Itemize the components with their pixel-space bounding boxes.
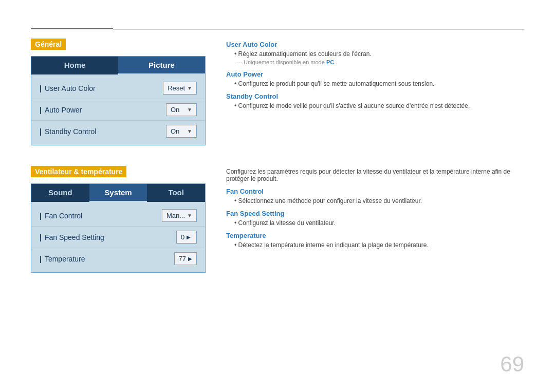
fan-control-label: Fan Control [40, 212, 162, 220]
user-auto-color-control[interactable]: Reset ▼ [163, 82, 197, 95]
general-tabs: Home Picture [31, 57, 205, 74]
pc-highlight: PC [326, 59, 334, 65]
fan-control-control[interactable]: Man... ▼ [162, 209, 197, 222]
temperature-control[interactable]: 77 ▶ [174, 252, 197, 265]
general-section: Général Home Picture User Auto Color Res… [31, 39, 524, 145]
fan-right-col: Configurez les paramètres requis pour dé… [226, 166, 524, 273]
fan-left-col: Ventilateur & température Sound System T… [31, 166, 206, 273]
menu-item-user-auto-color: User Auto Color Reset ▼ [31, 78, 205, 99]
arrow-right-icon: ▶ [187, 234, 191, 240]
desc-bullet-fan-speed: Configurez la vitesse du ventilateur. [226, 219, 524, 227]
fan-speed-label: Fan Speed Setting [40, 233, 176, 241]
tab-home[interactable]: Home [31, 57, 118, 74]
dropdown-arrow-icon: ▼ [187, 85, 192, 91]
tab-tool[interactable]: Tool [147, 184, 205, 202]
desc-bullet-fan-control: Sélectionnez une méthode pour configurer… [226, 197, 524, 204]
tab-sound[interactable]: Sound [31, 184, 89, 202]
fan-control-dropdown[interactable]: Man... ▼ [162, 209, 197, 222]
fan-speed-control[interactable]: 0 ▶ [176, 231, 197, 244]
dropdown-arrow-icon: ▼ [187, 128, 192, 134]
menu-item-auto-power: Auto Power On ▼ [31, 99, 205, 121]
general-menu-panel: Home Picture User Auto Color Reset ▼ [31, 56, 206, 145]
tab-picture[interactable]: Picture [118, 57, 205, 74]
desc-title-temperature: Temperature [226, 232, 524, 239]
page-number: 69 [500, 352, 524, 377]
fan-speed-value[interactable]: 0 ▶ [176, 231, 197, 244]
desc-title-fan-speed: Fan Speed Setting [226, 210, 524, 217]
menu-item-standby-control: Standby Control On ▼ [31, 121, 205, 142]
standby-control-dropdown[interactable]: On ▼ [166, 125, 197, 138]
general-left-col: Général Home Picture User Auto Color Res… [31, 39, 206, 145]
standby-control-control[interactable]: On ▼ [166, 125, 197, 138]
user-auto-color-label: User Auto Color [40, 84, 163, 92]
dropdown-arrow-icon: ▼ [187, 213, 192, 218]
desc-title-standby-control: Standby Control [226, 92, 524, 100]
user-auto-color-dropdown[interactable]: Reset ▼ [163, 82, 197, 95]
general-right-col: User Auto Color Réglez automatiquement l… [226, 39, 524, 145]
fan-title: Ventilateur & température [31, 166, 126, 177]
temperature-value[interactable]: 77 ▶ [174, 252, 197, 265]
fan-section: Ventilateur & température Sound System T… [31, 166, 524, 273]
dropdown-arrow-icon: ▼ [187, 107, 192, 113]
fan-tabs: Sound System Tool [31, 184, 205, 202]
fan-menu-panel: Sound System Tool Fan Control Man... ▼ [31, 183, 206, 273]
desc-title-user-auto-color: User Auto Color [226, 41, 524, 48]
temperature-label: Temperature [40, 255, 174, 263]
desc-note-user-auto-color: — Uniquement disponible en mode PC. [226, 59, 524, 65]
fan-intro-text: Configurez les paramètres requis pour dé… [226, 168, 524, 182]
standby-control-label: Standby Control [40, 127, 166, 136]
auto-power-dropdown[interactable]: On ▼ [166, 103, 197, 116]
desc-bullet-auto-power: Configurez le produit pour qu'il se mett… [226, 80, 524, 87]
menu-item-fan-control: Fan Control Man... ▼ [31, 205, 205, 227]
desc-bullet-standby-control: Configurez le mode veille pour qu'il s'a… [226, 102, 524, 109]
general-menu-items: User Auto Color Reset ▼ Auto Power [31, 74, 205, 145]
menu-item-temperature: Temperature 77 ▶ [31, 248, 205, 269]
desc-bullet-user-auto-color: Réglez automatiquement les couleurs de l… [226, 50, 524, 58]
desc-title-auto-power: Auto Power [226, 70, 524, 78]
auto-power-label: Auto Power [40, 106, 166, 114]
arrow-right-icon: ▶ [188, 256, 192, 262]
desc-title-fan-control: Fan Control [226, 188, 524, 195]
general-title: Général [31, 39, 66, 50]
desc-bullet-temperature: Détectez la température interne en indiq… [226, 241, 524, 249]
tab-system[interactable]: System [89, 184, 147, 202]
menu-item-fan-speed: Fan Speed Setting 0 ▶ [31, 227, 205, 248]
fan-menu-items: Fan Control Man... ▼ Fan Speed Setting [31, 202, 205, 272]
auto-power-control[interactable]: On ▼ [166, 103, 197, 116]
